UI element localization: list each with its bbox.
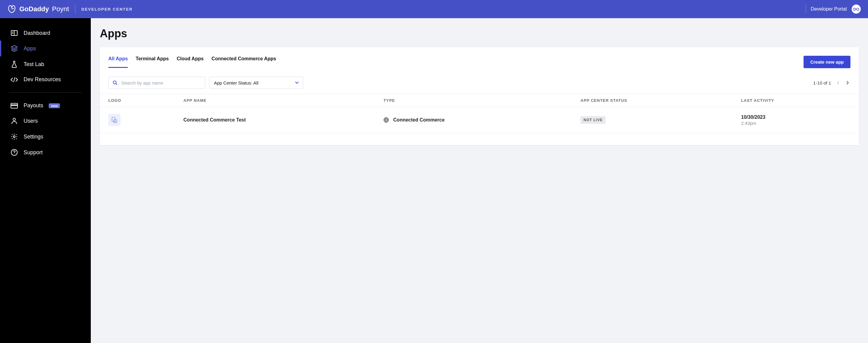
apps-icon <box>10 45 18 52</box>
svg-rect-5 <box>11 105 18 106</box>
cell-app-name: Connected Commerce Test <box>175 107 375 133</box>
app-logo-placeholder-icon <box>108 114 120 126</box>
support-icon <box>10 149 18 156</box>
sidebar-item-label: Settings <box>24 134 43 140</box>
create-new-app-button[interactable]: Create new app <box>804 56 850 68</box>
header-right: Developer Portal DO <box>806 4 861 13</box>
tab-all-apps[interactable]: All Apps <box>108 56 128 68</box>
pagination-prev[interactable] <box>835 79 841 86</box>
sidebar-item-label: Apps <box>24 46 36 52</box>
sidebar-item-apps[interactable]: Apps <box>0 40 91 56</box>
cell-status: NOT LIVE <box>572 107 733 133</box>
search-input[interactable] <box>108 77 205 89</box>
pagination: 1-10 of 1 <box>813 79 850 86</box>
sidebar-item-label: Dev Resources <box>24 76 61 83</box>
filters-left: App Center Status: All <box>108 77 303 89</box>
tabs-row: All Apps Terminal Apps Cloud Apps Connec… <box>100 56 859 68</box>
svg-rect-12 <box>114 120 117 123</box>
col-logo: LOGO <box>100 94 175 107</box>
cell-type: Connected Commerce <box>375 107 572 133</box>
vertical-divider <box>75 5 75 13</box>
tabs: All Apps Terminal Apps Cloud Apps Connec… <box>108 56 276 68</box>
svg-point-7 <box>13 136 15 138</box>
cell-last-activity: 10/30/2023 2:43pm <box>733 107 859 133</box>
col-last-activity: LAST ACTIVITY <box>733 94 859 107</box>
sidebar-item-label: Support <box>24 149 43 156</box>
dashboard-icon <box>10 30 18 36</box>
svg-line-10 <box>116 84 117 85</box>
brand-name: GoDaddy <box>19 5 49 13</box>
type-text: Connected Commerce <box>393 117 444 123</box>
svg-point-6 <box>13 118 16 121</box>
payouts-icon <box>10 103 18 109</box>
tab-cloud-apps[interactable]: Cloud Apps <box>177 56 204 68</box>
status-filter-value: App Center Status: All <box>210 77 303 89</box>
sidebar-item-dashboard[interactable]: Dashboard <box>0 25 91 40</box>
pagination-range: 1-10 of 1 <box>813 80 831 85</box>
sidebar-item-testlab[interactable]: Test Lab <box>0 56 91 72</box>
search-wrap <box>108 77 205 89</box>
col-app-name: APP NAME <box>175 94 375 107</box>
sidebar-item-support[interactable]: Support <box>0 145 91 160</box>
top-header: GoDaddy Poynt DEVELOPER CENTER Developer… <box>0 0 868 18</box>
cell-logo <box>100 107 175 133</box>
sidebar-item-label: Payouts <box>24 103 43 109</box>
header-left: GoDaddy Poynt DEVELOPER CENTER <box>7 5 132 13</box>
activity-date: 10/30/2023 <box>741 115 850 120</box>
brand-logo[interactable]: GoDaddy Poynt <box>7 5 69 13</box>
app-name-text: Connected Commerce Test <box>183 117 246 122</box>
sidebar-item-payouts[interactable]: Payouts new <box>0 98 91 113</box>
sidebar-item-devresources[interactable]: Dev Resources <box>0 72 91 87</box>
sidebar-divider <box>9 92 82 93</box>
avatar[interactable]: DO <box>851 4 861 13</box>
sidebar-item-label: Test Lab <box>24 61 44 67</box>
product-name: Poynt <box>52 5 69 13</box>
apps-card: All Apps Terminal Apps Cloud Apps Connec… <box>100 47 859 145</box>
settings-icon <box>10 133 18 140</box>
new-badge: new <box>49 103 60 108</box>
filters-row: App Center Status: All 1-10 of 1 <box>100 68 859 94</box>
status-badge: NOT LIVE <box>581 116 606 124</box>
users-icon <box>10 117 18 124</box>
tab-connected-commerce-apps[interactable]: Connected Commerce Apps <box>212 56 276 68</box>
sidebar: Dashboard Apps Test Lab Dev Resources <box>0 18 91 343</box>
dev-center-label: DEVELOPER CENTER <box>82 7 132 11</box>
col-type: TYPE <box>375 94 572 107</box>
search-icon <box>113 80 117 85</box>
sidebar-item-label: Users <box>24 118 38 124</box>
activity-time: 2:43pm <box>741 121 850 126</box>
main-content: Apps All Apps Terminal Apps Cloud Apps C… <box>91 18 868 343</box>
status-filter-select[interactable]: App Center Status: All <box>210 77 303 89</box>
table-header-row: LOGO APP NAME TYPE APP CENTER STATUS LAS… <box>100 94 859 107</box>
testlab-icon <box>10 61 18 68</box>
svg-point-9 <box>113 81 116 84</box>
vertical-divider <box>806 5 806 13</box>
developer-portal-link[interactable]: Developer Portal <box>811 6 847 12</box>
sidebar-item-label: Dashboard <box>24 30 50 36</box>
pagination-next[interactable] <box>845 79 850 86</box>
sidebar-item-settings[interactable]: Settings <box>0 129 91 145</box>
godaddy-logo-icon <box>7 5 17 13</box>
page-title: Apps <box>100 27 859 40</box>
apps-table: LOGO APP NAME TYPE APP CENTER STATUS LAS… <box>100 94 859 133</box>
chevron-down-icon <box>295 81 299 84</box>
globe-icon <box>383 117 389 123</box>
tab-terminal-apps[interactable]: Terminal Apps <box>135 56 168 68</box>
sidebar-item-users[interactable]: Users <box>0 113 91 129</box>
devres-icon <box>10 77 18 83</box>
col-status: APP CENTER STATUS <box>572 94 733 107</box>
table-row[interactable]: Connected Commerce Test Connected Commer… <box>100 107 859 133</box>
